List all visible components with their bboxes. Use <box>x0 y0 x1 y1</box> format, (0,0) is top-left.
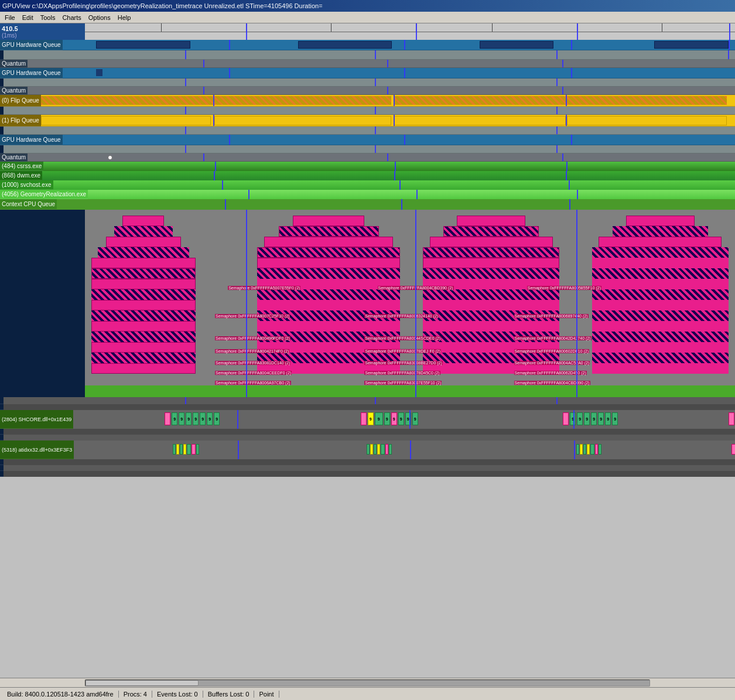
shcore-block: 9 <box>384 412 390 425</box>
shcore-block: 9 <box>605 412 611 425</box>
label-quantum-2: Quantum <box>0 87 28 95</box>
pyramid-group-4 <box>592 216 729 385</box>
atidxx-block <box>385 444 388 455</box>
content-atidxx <box>74 441 735 459</box>
activity-gpu-hw-1-1 <box>96 41 190 49</box>
label-atidxx: (5318) atidxx32.dll+0x3EF3F3 <box>0 441 74 459</box>
content-proc-1000 <box>53 180 736 190</box>
content-quantum-3 <box>28 153 735 162</box>
shcore-group-4 <box>729 412 734 425</box>
atidxx-block <box>381 444 385 455</box>
track-atidxx-sub3 <box>0 471 735 477</box>
label-flip-0: (0) Flip Queue <box>0 95 41 107</box>
shcore-block <box>729 412 734 425</box>
content-sep-2 <box>4 404 735 410</box>
track-separator-1 <box>0 397 735 404</box>
content-gpu-hw-3 <box>63 135 735 145</box>
sem-label-20: Semaphore 0xFFFFFFA80062D450 (2) <box>514 371 587 375</box>
content-gpu-hw-2b <box>4 78 735 87</box>
tracks-scroll[interactable]: GPU Hardware Queue <box>0 40 735 678</box>
shcore-block: 9 <box>207 412 213 425</box>
sem-label-9: Semaphore 0xFFFFFFA8006324140 (2) <box>364 314 439 318</box>
menu-help[interactable]: Help <box>114 13 135 22</box>
track-ctx-cpu: Context CPU Queue <box>0 199 735 210</box>
atidxx-block <box>196 444 199 455</box>
ruler-label: 410.5 (1ms) <box>0 23 85 40</box>
shcore-group-1: 9 9 9 9 9 9 9 <box>165 412 220 425</box>
shcore-block: 9 <box>598 412 604 425</box>
content-gpu-hw-2 <box>63 68 735 78</box>
content-quantum-2 <box>28 87 735 95</box>
track-quantum-1: Quantum <box>0 60 735 68</box>
atidxx-block <box>587 444 590 455</box>
status-points: Point <box>254 691 279 698</box>
menu-charts[interactable]: Charts <box>59 13 84 22</box>
label-gpu-hw-2: GPU Hardware Queue <box>0 68 63 78</box>
shcore-block: 9 <box>584 412 590 425</box>
track-proc-1000: (1000) svchost.exe <box>0 180 735 190</box>
shcore-block: 9 <box>172 412 177 425</box>
content-shcore-sub2 <box>4 435 735 441</box>
menu-edit[interactable]: Edit <box>19 13 37 22</box>
content-proc-484 <box>43 162 735 171</box>
shcore-block: 9 <box>391 412 397 425</box>
content-proc-868 <box>42 171 735 180</box>
content-gpu-hw-1 <box>63 40 735 50</box>
menu-tools[interactable]: Tools <box>37 13 59 22</box>
shcore-block: 9 <box>570 412 576 425</box>
label-ctx-cpu: Context CPU Queue <box>0 199 57 210</box>
shcore-block: 9 <box>368 412 374 425</box>
pyramid-group-2 <box>257 216 400 385</box>
sem-label-15: Semaphore 0xFFFFFFA8005855F10 (2) <box>527 286 601 290</box>
sem-label-21: Semaphore 0xFFFFFFA8004CBD390 (2) <box>514 381 590 385</box>
shcore-block: 9 <box>186 412 192 425</box>
sem-label-14: Semaphore 0xFFFFFFA83007E55F10 (2) <box>364 381 442 385</box>
content-atidxx-sub2 <box>4 465 735 471</box>
atidxx-block <box>187 444 191 455</box>
vmark <box>571 40 572 50</box>
shcore-block: 9 <box>577 412 583 425</box>
content-gpu-hw-1b <box>4 50 735 60</box>
sem-label-3: Semaphore 0xFFFFFFA800496FDF0 (2) <box>215 336 290 340</box>
atidxx-block <box>377 444 380 455</box>
activity-gpu-hw-1-4 <box>654 41 728 49</box>
label-gpu-viz <box>0 210 85 397</box>
label-gpu-hw-1: GPU Hardware Queue <box>0 40 63 50</box>
track-gpu-hw-2b <box>0 78 735 87</box>
shcore-block: 9 <box>412 412 418 425</box>
track-proc-484: (484) csrss.exe <box>0 162 735 171</box>
content-flip-0b <box>4 107 735 115</box>
track-gpu-hw-3b <box>0 145 735 153</box>
status-build: Build: 8400.0.120518-1423 amd64fre <box>2 691 119 698</box>
menu-bar: File Edit Tools Charts Options Help <box>0 12 735 23</box>
menu-options[interactable]: Options <box>85 13 114 22</box>
sem-label-1: Semaphore 0xFFFFFFA5007E55F0 (2) <box>228 286 300 290</box>
atidxx-block <box>374 444 377 455</box>
track-atidxx-sub1 <box>0 459 735 465</box>
sem-label-2: Semaphore 0xFFFFFFA8007C25F10 (2) <box>215 314 290 318</box>
shcore-block: 9 <box>591 412 597 425</box>
atidxx-group-2 <box>367 444 392 455</box>
track-gpu-hw-1: GPU Hardware Queue <box>0 40 735 50</box>
menu-file[interactable]: File <box>1 13 19 22</box>
track-gpu-hw-3: GPU Hardware Queue <box>0 135 735 145</box>
content-shcore: 9 9 9 9 9 9 9 9 9 9 9 <box>73 410 735 429</box>
label-proc-868: (868) dwm.exe <box>0 171 42 180</box>
track-shcore: (2804) SHCORE.dll+0x1E439 9 9 9 9 9 9 9 <box>0 410 735 429</box>
atidxx-block <box>599 444 601 455</box>
sem-label-10: Semaphore 0xFFFFFFA80044SCDE0 (2) <box>364 336 441 340</box>
ruler-time: 410.5 <box>2 25 83 32</box>
horizontal-scrollbar[interactable] <box>0 678 735 687</box>
content-quantum-1 <box>28 60 735 68</box>
timeline-ruler <box>85 23 735 40</box>
track-quantum-3: Quantum <box>0 153 735 162</box>
pyramid-group-1 <box>91 216 196 385</box>
content-gpu-hw-3b <box>4 145 735 153</box>
atidxx-block <box>180 444 183 455</box>
status-bar: Build: 8400.0.120518-1423 amd64fre Procs… <box>0 687 735 700</box>
sem-label-11: Semaphore 0xFFFFFFA80078DEJ F0 (2) <box>364 349 441 353</box>
shcore-block: 9 <box>612 412 618 425</box>
track-quantum-2: Quantum <box>0 87 735 95</box>
track-shcore-sub1 <box>0 429 735 435</box>
atidxx-block <box>580 444 583 455</box>
